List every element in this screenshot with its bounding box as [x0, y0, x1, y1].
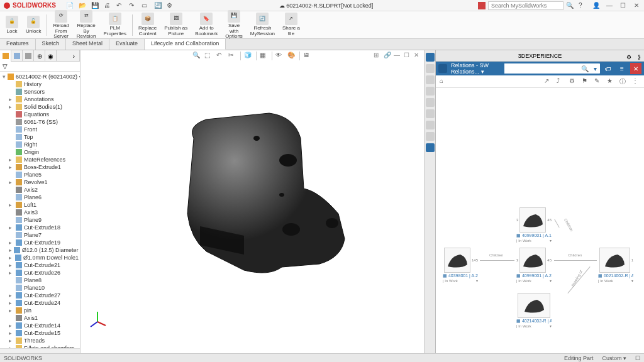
tree-item[interactable]: ▸Cut-Extrude26 — [0, 269, 80, 277]
forum-tab-icon[interactable] — [426, 132, 435, 141]
viewport-max-icon[interactable]: ☐ — [404, 52, 411, 59]
tree-item[interactable]: Top — [0, 133, 80, 141]
info-action-icon[interactable]: ⓘ — [619, 77, 628, 85]
appearances-tab-icon[interactable] — [426, 109, 435, 118]
rebuild-icon[interactable]: 🔄 — [154, 2, 162, 9]
panel-search-icon[interactable]: 🔍 — [580, 65, 590, 72]
zoom-fit-icon[interactable]: 🔍 — [192, 52, 201, 60]
print-icon[interactable]: 🖨 — [104, 2, 111, 9]
redo-icon[interactable]: ↷ — [129, 2, 136, 9]
tree-item[interactable]: ▸Ø1.0mm Dowel Hole1 — [0, 254, 80, 261]
maximize-icon[interactable]: ☐ — [620, 2, 628, 9]
tree-tab-dimxpert[interactable]: ⊕ — [34, 50, 45, 62]
relations-dropdown[interactable]: Relations - SW Relations... ▾ — [450, 62, 502, 75]
tree-item[interactable]: ▸MateReferences — [0, 156, 80, 163]
options-icon[interactable]: ⚙ — [167, 2, 174, 9]
viewport-grid-icon[interactable]: ⊞ — [374, 52, 381, 59]
publish-picture-button[interactable]: 🖼Publish as Picture — [161, 12, 191, 38]
compass-icon[interactable] — [438, 64, 447, 73]
panel-settings-icon[interactable]: ⚙ — [625, 52, 633, 59]
tree-root-node[interactable]: ▾ 60214002-R (60214002) <Display St — [0, 73, 80, 80]
plm-properties-button[interactable]: 📋PLM Properties — [101, 12, 130, 38]
home-icon[interactable]: ⌂ — [440, 77, 448, 86]
tree-item[interactable]: Plane8 — [0, 277, 80, 284]
edit-action-icon[interactable]: ✎ — [594, 77, 602, 85]
add-bookmark-button[interactable]: 🔖Add to Bookmark — [192, 12, 221, 38]
tree-item[interactable]: ▸pin — [0, 307, 80, 314]
viewport-min-icon[interactable]: — — [394, 52, 401, 59]
list-icon[interactable]: ≡ — [616, 63, 628, 74]
close-icon[interactable]: ✕ — [634, 2, 641, 9]
custom-props-tab-icon[interactable] — [426, 121, 435, 129]
tree-tab-design[interactable] — [0, 50, 11, 62]
chevron-down-icon[interactable]: ▾ — [550, 278, 552, 283]
graph-node[interactable]: 3 45 ▦ 40999001 | A.1 | In Work ▾ — [516, 207, 552, 243]
panel-close-icon[interactable]: ✕ — [630, 63, 641, 74]
replace-revision-button[interactable]: ⇄Replace By Revision — [74, 9, 99, 40]
tag-icon[interactable]: 🏷 — [602, 63, 614, 74]
tree-item[interactable]: ▸Solid Bodies(1) — [0, 103, 80, 111]
relation-graph[interactable]: Children Children Children Drawing of 3 … — [436, 88, 644, 353]
tree-item[interactable]: ▸Boss-Extrude1 — [0, 163, 80, 171]
tree-item[interactable]: Plane10 — [0, 284, 80, 292]
tree-item[interactable]: Plane5 — [0, 171, 80, 178]
tree-item[interactable]: Origin — [0, 148, 80, 156]
display-style-icon[interactable]: ▦ — [260, 52, 269, 60]
tree-item[interactable]: ▸Cut-Extrude19 — [0, 239, 80, 246]
hide-show-icon[interactable]: 👁 — [275, 52, 284, 60]
notification-icon[interactable] — [478, 2, 486, 9]
flag-action-icon[interactable]: ⚑ — [582, 77, 590, 85]
tree-item[interactable]: ▸Ø12.0 (12.5) Diameter Hole1 — [0, 246, 80, 254]
tree-item[interactable]: ▸Cut-Extrude14 — [0, 322, 80, 329]
tree-item[interactable]: Plane7 — [0, 231, 80, 239]
more-action-icon[interactable]: ⋮ — [632, 77, 640, 85]
share-action-icon[interactable]: ↗ — [544, 77, 552, 85]
design-library-tab-icon[interactable] — [426, 75, 435, 84]
home-tab-icon[interactable] — [426, 53, 435, 62]
graph-node[interactable]: 145 ▦ 40398001 | A.2 | In Work ▾ — [443, 248, 478, 283]
export-action-icon[interactable]: ⤴ — [557, 77, 565, 85]
tab-features[interactable]: Features — [0, 39, 36, 50]
tree-item[interactable]: ▸Cut-Extrude24 — [0, 299, 80, 307]
graph-node[interactable]: 3 45 ▦ 40999001 | A.2 | In Work ▾ — [516, 248, 552, 283]
tree-tab-config[interactable] — [23, 50, 34, 62]
tree-item[interactable]: Axis3 — [0, 209, 80, 216]
graph-node[interactable]: 1 ▦ 60214002-R | A. | In Work ▾ — [598, 248, 633, 283]
lock-button[interactable]: 🔒Lock — [3, 15, 21, 35]
tree-item[interactable]: ▸Cut-Extrude15 — [0, 329, 80, 337]
tree-item[interactable]: ▸Loft1 — [0, 201, 80, 209]
chevron-down-icon[interactable]: ▾ — [476, 278, 478, 283]
feature-tree[interactable]: ▾ 60214002-R (60214002) <Display St Hist… — [0, 72, 80, 348]
apply-scene-icon[interactable]: 🖥 — [303, 52, 312, 60]
resources-tab-icon[interactable] — [426, 64, 435, 73]
status-icon[interactable]: ☐ — [635, 355, 640, 361]
view-triad[interactable] — [88, 309, 107, 328]
star-action-icon[interactable]: ★ — [607, 77, 615, 85]
tree-item[interactable]: Axis2 — [0, 186, 80, 194]
panel-search-input[interactable] — [504, 63, 580, 74]
undo-icon[interactable]: ↶ — [116, 2, 124, 9]
tree-item[interactable]: ▸Cut-Extrude18 — [0, 224, 80, 231]
tree-item[interactable]: ▸Cut-Extrude21 — [0, 261, 80, 269]
tree-item[interactable]: ▸Revolve1 — [0, 178, 80, 186]
select-icon[interactable]: ▭ — [142, 2, 149, 9]
tree-scrollbar[interactable] — [0, 348, 80, 353]
tree-tab-display[interactable]: ◉ — [45, 50, 57, 62]
zoom-area-icon[interactable]: ⬚ — [204, 52, 213, 60]
help-icon[interactable]: ? — [579, 2, 586, 9]
chevron-down-icon[interactable]: ▾ — [631, 278, 633, 283]
cloud-tab-icon[interactable] — [426, 143, 435, 152]
user-icon[interactable]: 👤 — [592, 2, 600, 9]
tab-sketch[interactable]: Sketch — [36, 39, 67, 50]
file-explorer-tab-icon[interactable] — [426, 87, 435, 96]
tree-item[interactable]: Plane9 — [0, 216, 80, 224]
edit-appearance-icon[interactable]: 🎨 — [287, 52, 296, 60]
view-palette-tab-icon[interactable] — [426, 98, 435, 107]
save-icon[interactable]: 💾 — [91, 2, 99, 9]
tab-sheet-metal[interactable]: Sheet Metal — [66, 39, 109, 50]
viewport-link-icon[interactable]: 🔗 — [384, 52, 391, 59]
tree-item[interactable]: ▸Threads — [0, 337, 80, 344]
reload-button[interactable]: ⟳Reload From Server — [50, 9, 72, 40]
previous-view-icon[interactable]: ↶ — [216, 52, 225, 60]
graph-node[interactable]: ▦ 40214002-R | A. | In Work ▾ — [516, 293, 552, 328]
